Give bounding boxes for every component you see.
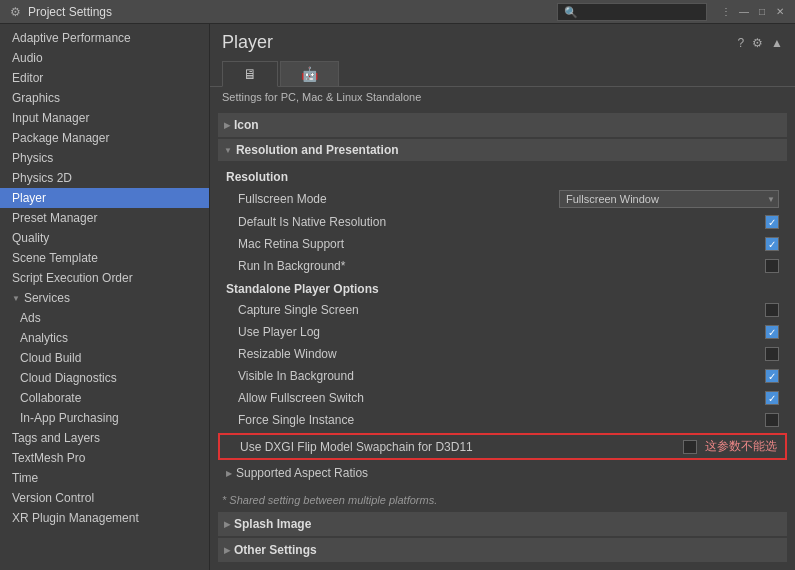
- android-icon: 🤖: [301, 66, 318, 82]
- resizable-window-label: Resizable Window: [226, 347, 765, 361]
- visible-in-background-value: [765, 369, 779, 383]
- dxgi-note: 这参数不能选: [705, 438, 777, 455]
- run-in-background-checkbox[interactable]: [765, 259, 779, 273]
- icon-section-header[interactable]: ▶ Icon: [218, 113, 787, 137]
- splash-image-label: Splash Image: [234, 517, 311, 531]
- window-title: Project Settings: [28, 5, 293, 19]
- fullscreen-mode-dropdown[interactable]: Fullscreen Window Exclusive Fullscreen W…: [559, 190, 779, 208]
- shared-note: * Shared setting between multiple platfo…: [210, 490, 795, 510]
- supported-aspect-ratios-label: Supported Aspect Ratios: [236, 466, 779, 480]
- native-resolution-checkbox[interactable]: [765, 215, 779, 229]
- sidebar-item-tags-and-layers[interactable]: Tags and Layers: [0, 428, 209, 448]
- sidebar-item-xr-plugin-management[interactable]: XR Plugin Management: [0, 508, 209, 528]
- sidebar-item-cloud-diagnostics[interactable]: Cloud Diagnostics: [0, 368, 209, 388]
- title-bar: ⚙ Project Settings ⋮ — □ ✕: [0, 0, 795, 24]
- scroll-area[interactable]: ▶ Icon ▼ Resolution and Presentation Res…: [210, 107, 795, 570]
- resolution-section-label: Resolution and Presentation: [236, 143, 399, 157]
- sidebar-item-textmesh-pro[interactable]: TextMesh Pro: [0, 448, 209, 468]
- sidebar-item-adaptive-performance[interactable]: Adaptive Performance: [0, 28, 209, 48]
- run-in-background-label: Run In Background*: [226, 259, 765, 273]
- project-settings-window: ⚙ Project Settings ⋮ — □ ✕ Adaptive Perf…: [0, 0, 795, 570]
- native-resolution-value: [765, 215, 779, 229]
- tab-android[interactable]: 🤖: [280, 61, 339, 86]
- resolution-section: ▼ Resolution and Presentation Resolution…: [218, 139, 787, 488]
- close-btn[interactable]: ✕: [773, 5, 787, 19]
- sidebar-item-physics[interactable]: Physics: [0, 148, 209, 168]
- sidebar-item-preset-manager[interactable]: Preset Manager: [0, 208, 209, 228]
- main-panel: Player ? ⚙ ▲ 🖥 🤖 Settings for PC, Mac & …: [210, 24, 795, 570]
- other-settings-header[interactable]: ▶ Other Settings: [218, 538, 787, 562]
- allow-fullscreen-switch-row: Allow Fullscreen Switch: [218, 387, 787, 409]
- minimize-btn[interactable]: —: [737, 5, 751, 19]
- allow-fullscreen-switch-value: [765, 391, 779, 405]
- services-triangle-icon: ▼: [12, 294, 20, 303]
- icon-section-label: Icon: [234, 118, 259, 132]
- use-player-log-checkbox[interactable]: [765, 325, 779, 339]
- sidebar-item-script-execution-order[interactable]: Script Execution Order: [0, 268, 209, 288]
- settings-icon[interactable]: ⚙: [752, 36, 763, 50]
- sidebar-item-services[interactable]: ▼ Services: [0, 288, 209, 308]
- allow-fullscreen-switch-label: Allow Fullscreen Switch: [226, 391, 765, 405]
- other-settings-label: Other Settings: [234, 543, 317, 557]
- dxgi-flip-label: Use DXGI Flip Model Swapchain for D3D11: [228, 440, 683, 454]
- sidebar-item-ads[interactable]: Ads: [0, 308, 209, 328]
- capture-single-screen-row: Capture Single Screen: [218, 299, 787, 321]
- sidebar-item-player[interactable]: Player: [0, 188, 209, 208]
- platform-tabs: 🖥 🤖: [210, 57, 795, 87]
- main-header: Player ? ⚙ ▲: [210, 24, 795, 57]
- other-settings-triangle-icon: ▶: [224, 546, 230, 555]
- mac-retina-label: Mac Retina Support: [226, 237, 765, 251]
- visible-in-background-checkbox[interactable]: [765, 369, 779, 383]
- maximize-btn[interactable]: □: [755, 5, 769, 19]
- search-input[interactable]: [557, 3, 707, 21]
- sidebar-item-quality[interactable]: Quality: [0, 228, 209, 248]
- capture-single-screen-checkbox[interactable]: [765, 303, 779, 317]
- sidebar-item-in-app-purchasing[interactable]: In-App Purchasing: [0, 408, 209, 428]
- tab-pc[interactable]: 🖥: [222, 61, 278, 87]
- dxgi-flip-value: [683, 440, 697, 454]
- native-resolution-row: Default Is Native Resolution: [218, 211, 787, 233]
- help-icon[interactable]: ?: [737, 36, 744, 50]
- aspect-ratios-triangle-icon: ▶: [226, 469, 232, 478]
- resizable-window-row: Resizable Window: [218, 343, 787, 365]
- sidebar-item-version-control[interactable]: Version Control: [0, 488, 209, 508]
- fullscreen-mode-value: Fullscreen Window Exclusive Fullscreen W…: [559, 190, 779, 208]
- resolution-section-header[interactable]: ▼ Resolution and Presentation: [218, 139, 787, 161]
- force-single-instance-value: [765, 413, 779, 427]
- sidebar-item-package-manager[interactable]: Package Manager: [0, 128, 209, 148]
- sidebar-item-collaborate[interactable]: Collaborate: [0, 388, 209, 408]
- sidebar-item-scene-template[interactable]: Scene Template: [0, 248, 209, 268]
- resolution-triangle-icon: ▼: [224, 146, 232, 155]
- title-bar-controls: ⋮ — □ ✕: [719, 5, 787, 19]
- mac-retina-checkbox[interactable]: [765, 237, 779, 251]
- sidebar-item-graphics[interactable]: Graphics: [0, 88, 209, 108]
- standalone-sublabel: Standalone Player Options: [218, 277, 787, 299]
- platform-label: Settings for PC, Mac & Linux Standalone: [210, 87, 795, 107]
- force-single-instance-label: Force Single Instance: [226, 413, 765, 427]
- allow-fullscreen-switch-checkbox[interactable]: [765, 391, 779, 405]
- content-area: Adaptive Performance Audio Editor Graphi…: [0, 24, 795, 570]
- supported-aspect-ratios-row[interactable]: ▶ Supported Aspect Ratios: [218, 462, 787, 484]
- sidebar-item-editor[interactable]: Editor: [0, 68, 209, 88]
- sidebar-item-audio[interactable]: Audio: [0, 48, 209, 68]
- icon-section: ▶ Icon: [218, 113, 787, 137]
- main-title: Player: [222, 32, 273, 53]
- use-player-log-value: [765, 325, 779, 339]
- dxgi-flip-checkbox[interactable]: [683, 440, 697, 454]
- sidebar-item-physics-2d[interactable]: Physics 2D: [0, 168, 209, 188]
- more-options-btn[interactable]: ⋮: [719, 5, 733, 19]
- sidebar-item-time[interactable]: Time: [0, 468, 209, 488]
- force-single-instance-checkbox[interactable]: [765, 413, 779, 427]
- fullscreen-mode-row: Fullscreen Mode Fullscreen Window Exclus…: [218, 187, 787, 211]
- run-in-background-row: Run In Background*: [218, 255, 787, 277]
- splash-image-header[interactable]: ▶ Splash Image: [218, 512, 787, 536]
- sidebar-item-analytics[interactable]: Analytics: [0, 328, 209, 348]
- sidebar: Adaptive Performance Audio Editor Graphi…: [0, 24, 210, 570]
- use-player-log-label: Use Player Log: [226, 325, 765, 339]
- scroll-up-icon[interactable]: ▲: [771, 36, 783, 50]
- sidebar-item-input-manager[interactable]: Input Manager: [0, 108, 209, 128]
- use-player-log-row: Use Player Log: [218, 321, 787, 343]
- resizable-window-checkbox[interactable]: [765, 347, 779, 361]
- splash-triangle-icon: ▶: [224, 520, 230, 529]
- sidebar-item-cloud-build[interactable]: Cloud Build: [0, 348, 209, 368]
